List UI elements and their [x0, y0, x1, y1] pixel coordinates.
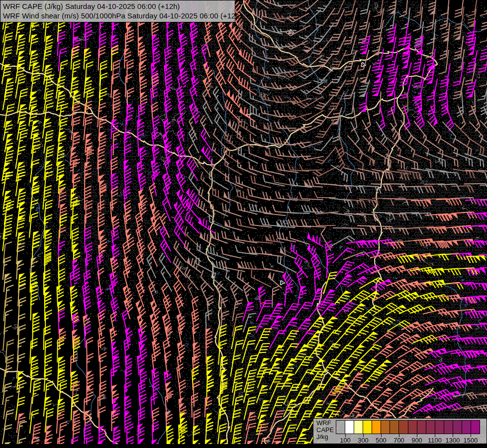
legend-cell-14 — [462, 421, 471, 434]
legend-cell-10 — [426, 421, 435, 434]
legend-cell-11 — [435, 421, 444, 434]
title-line-cape: WRF CAPE (J/kg) Saturday 04-10-2025 06:0… — [3, 1, 232, 11]
legend-cell-15 — [471, 421, 480, 434]
legend-cell-0 — [336, 421, 345, 434]
legend-cell-2 — [354, 421, 363, 434]
legend-tick-label: 700 — [393, 437, 404, 444]
legend-cell-8 — [408, 421, 417, 434]
bottom-black-bar — [0, 444, 487, 448]
legend-cell-13 — [453, 421, 462, 434]
legend-cell-5 — [381, 421, 390, 434]
title-box: WRF CAPE (J/kg) Saturday 04-10-2025 06:0… — [0, 0, 235, 22]
map-canvas — [0, 0, 487, 448]
legend-cell-4 — [372, 421, 381, 434]
legend-cell-1 — [345, 421, 354, 434]
legend-cell-3 — [363, 421, 372, 434]
legend-colorbar — [336, 420, 480, 434]
legend-label-line3: J/kg — [316, 434, 334, 441]
cape-legend: WRF CAPE J/kg 10030050070090011001300150… — [313, 418, 487, 444]
legend-cell-9 — [417, 421, 426, 434]
legend-label: WRF CAPE J/kg — [316, 420, 334, 441]
legend-tick-label: 1500 — [464, 437, 478, 444]
legend-label-line2: CAPE — [316, 427, 334, 434]
legend-tick-label: 300 — [358, 437, 369, 444]
legend-tick-label: 1300 — [446, 437, 460, 444]
legend-cell-7 — [398, 421, 407, 434]
legend-tick-label: 500 — [376, 437, 387, 444]
legend-tick-label: 100 — [340, 437, 351, 444]
legend-cell-6 — [390, 421, 398, 434]
title-line-windshear: WRF Wind shear (m/s) 500/1000hPa Saturda… — [3, 11, 232, 20]
legend-tick-label: 900 — [411, 437, 422, 444]
legend-label-line1: WRF — [316, 420, 334, 427]
legend-cell-12 — [444, 421, 453, 434]
legend-tick-label: 1100 — [428, 437, 442, 444]
wrf-weather-map: WRF CAPE (J/kg) Saturday 04-10-2025 06:0… — [0, 0, 487, 448]
